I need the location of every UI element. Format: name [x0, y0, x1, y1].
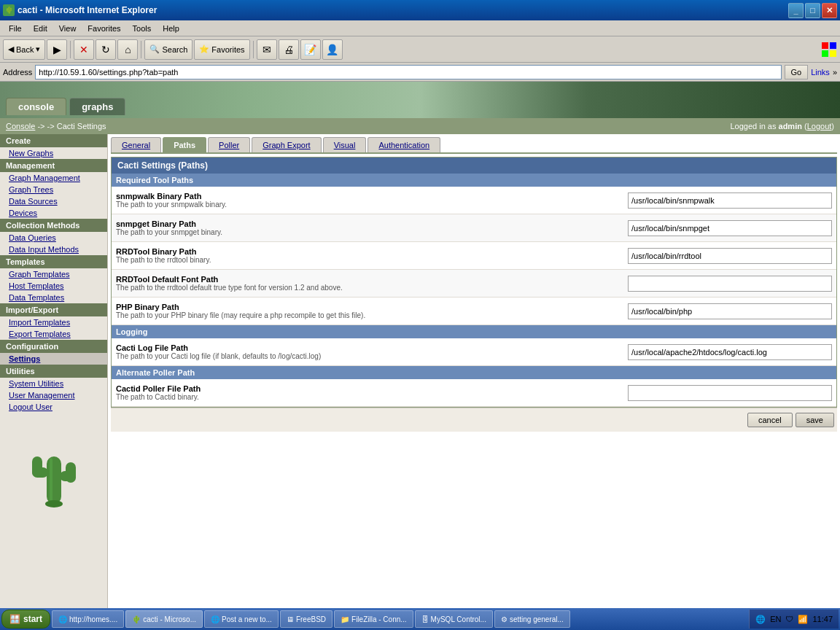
- save-button[interactable]: save: [796, 413, 834, 427]
- menu-view[interactable]: View: [53, 23, 82, 34]
- sidebar-item-graph-templates[interactable]: Graph Templates: [0, 268, 107, 280]
- ie-icon: 🌐: [58, 615, 67, 623]
- home-button[interactable]: ⌂: [117, 39, 138, 60]
- tab-general[interactable]: General: [111, 137, 161, 152]
- cactus-svg: [25, 427, 83, 508]
- sidebar-section-create: Create: [0, 134, 107, 147]
- cactid-poller-desc: The path to Cactid binary.: [116, 393, 628, 401]
- edit-button[interactable]: 📝: [300, 39, 321, 60]
- breadcrumb-separator-text: ->: [47, 122, 55, 131]
- tab-poller[interactable]: Poller: [208, 137, 250, 152]
- system-tray: 🌐 EN 🛡 📶 11:47: [749, 610, 839, 629]
- network-icon: 📶: [798, 615, 808, 624]
- console-tab[interactable]: console: [6, 98, 66, 115]
- toolbar-separator-3: [253, 41, 254, 58]
- menu-tools[interactable]: Tools: [127, 23, 158, 34]
- sidebar-item-data-queries[interactable]: Data Queries: [0, 232, 107, 244]
- alternate-poller-header: Alternate Poller Path: [112, 366, 836, 379]
- favorites-button[interactable]: ⭐ Favorites: [194, 39, 249, 60]
- refresh-button[interactable]: ↻: [96, 39, 116, 60]
- breadcrumb-bar: Console -> -> Cacti Settings Logged in a…: [0, 118, 840, 134]
- logout-link[interactable]: Logout: [807, 122, 832, 131]
- snmpget-input[interactable]: [628, 220, 832, 236]
- browser-toolbar: ◀ Back ▾ ▶ ✕ ↻ ⌂ 🔍 Search ⭐ Favorites ✉ …: [0, 36, 840, 63]
- snmpget-row: snmpget Binary Path The path to your snm…: [112, 214, 836, 242]
- tab-paths[interactable]: Paths: [163, 137, 206, 152]
- cacti-log-input[interactable]: [628, 344, 832, 360]
- links-button[interactable]: Links: [811, 68, 830, 77]
- filezilla-icon: 📁: [341, 615, 349, 623]
- cactid-poller-row: Cactid Poller File Path The path to Cact…: [112, 379, 836, 407]
- taskbar-item-mysql[interactable]: 🗄 MySQL Control...: [415, 610, 493, 628]
- close-button[interactable]: ✕: [822, 3, 837, 18]
- sidebar-item-settings[interactable]: Settings: [0, 353, 107, 365]
- cacti-log-desc: The path to your Cacti log file (if blan…: [116, 352, 628, 360]
- sidebar-item-data-input-methods[interactable]: Data Input Methods: [0, 244, 107, 255]
- mail-button[interactable]: ✉: [257, 39, 277, 60]
- go-button[interactable]: Go: [785, 65, 809, 79]
- menu-help[interactable]: Help: [157, 23, 185, 34]
- snmpwalk-input[interactable]: [628, 192, 832, 209]
- sidebar-section-utilities: Utilities: [0, 365, 107, 378]
- sidebar-item-devices[interactable]: Devices: [0, 207, 107, 219]
- address-input[interactable]: [35, 65, 781, 79]
- tab-authentication[interactable]: Authentication: [368, 137, 440, 152]
- menu-edit[interactable]: Edit: [28, 23, 53, 34]
- taskbar-item-post[interactable]: 🌐 Post a new to...: [204, 610, 279, 628]
- rrdtool-title: RRDTool Binary Path: [116, 247, 628, 256]
- sidebar-item-system-utilities[interactable]: System Utilities: [0, 378, 107, 389]
- title-bar: 🌵 cacti - Microsoft Internet Explorer _ …: [0, 0, 840, 20]
- sidebar-item-data-templates[interactable]: Data Templates: [0, 292, 107, 303]
- menu-file[interactable]: File: [3, 23, 28, 34]
- cacti-log-title: Cacti Log File Path: [116, 343, 628, 352]
- sidebar-item-export-templates[interactable]: Export Templates: [0, 328, 107, 340]
- php-binary-input[interactable]: [628, 303, 832, 319]
- tab-graph-export[interactable]: Graph Export: [252, 137, 321, 152]
- cactid-poller-input[interactable]: [628, 385, 832, 401]
- print-button[interactable]: 🖨: [279, 39, 299, 60]
- sidebar-item-new-graphs[interactable]: New Graphs: [0, 147, 107, 159]
- taskbar-item-homes[interactable]: 🌐 http://homes....: [52, 610, 124, 628]
- sidebar-item-data-sources[interactable]: Data Sources: [0, 195, 107, 207]
- cactus-logo-area: [0, 413, 107, 524]
- start-button[interactable]: 🪟 start: [1, 610, 50, 629]
- cactid-poller-title: Cactid Poller File Path: [116, 384, 628, 393]
- taskbar-item-settings[interactable]: ⚙ setting general...: [494, 610, 570, 628]
- maximize-button[interactable]: □: [805, 3, 820, 18]
- graphs-tab[interactable]: graphs: [69, 98, 125, 115]
- post-icon: 🌐: [211, 615, 219, 623]
- taskbar-item-filezilla[interactable]: 📁 FileZilla - Conn...: [334, 610, 413, 628]
- app-icon: 🌵: [3, 4, 15, 16]
- tab-visual[interactable]: Visual: [323, 137, 367, 152]
- rrdtool-row: RRDTool Binary Path The path to the rrdt…: [112, 242, 836, 270]
- cancel-button[interactable]: cancel: [747, 413, 793, 427]
- start-icon: 🪟: [9, 614, 20, 624]
- rrdtool-font-input[interactable]: [628, 276, 832, 292]
- rrdtool-font-title: RRDTool Default Font Path: [116, 275, 628, 284]
- sidebar-item-logout-user[interactable]: Logout User: [0, 401, 107, 413]
- svg-rect-2: [32, 456, 42, 477]
- messenger-button[interactable]: 👤: [322, 39, 343, 60]
- minimize-button[interactable]: _: [788, 3, 804, 18]
- sidebar-section-import-export: Import/Export: [0, 303, 107, 316]
- forward-button[interactable]: ▶: [47, 39, 67, 60]
- mysql-icon: 🗄: [421, 615, 429, 623]
- taskbar-item-freebsd[interactable]: 🖥 FreeBSD: [280, 610, 332, 628]
- rrdtool-input[interactable]: [628, 248, 832, 264]
- back-button[interactable]: ◀ Back ▾: [3, 39, 45, 60]
- breadcrumb-console[interactable]: Console: [6, 122, 35, 131]
- sidebar-item-user-management[interactable]: User Management: [0, 389, 107, 401]
- search-button[interactable]: 🔍 Search: [144, 39, 192, 60]
- sidebar-item-host-templates[interactable]: Host Templates: [0, 280, 107, 292]
- menu-favorites[interactable]: Favorites: [82, 23, 126, 34]
- sidebar-item-import-templates[interactable]: Import Templates: [0, 316, 107, 328]
- rrdtool-desc: The path to the rrdtool binary.: [116, 256, 628, 264]
- sidebar-item-graph-trees[interactable]: Graph Trees: [0, 184, 107, 195]
- snmpwalk-row: snmpwalk Binary Path The path to your sn…: [112, 187, 836, 214]
- stop-button[interactable]: ✕: [74, 39, 94, 60]
- sidebar-section-configuration: Configuration: [0, 340, 107, 353]
- taskbar-item-cacti[interactable]: 🌵 cacti - Microso...: [125, 610, 203, 628]
- snmpget-desc: The path to your snmpget binary.: [116, 228, 628, 236]
- sidebar-item-graph-management[interactable]: Graph Management: [0, 172, 107, 184]
- required-tool-paths-header: Required Tool Paths: [112, 174, 836, 187]
